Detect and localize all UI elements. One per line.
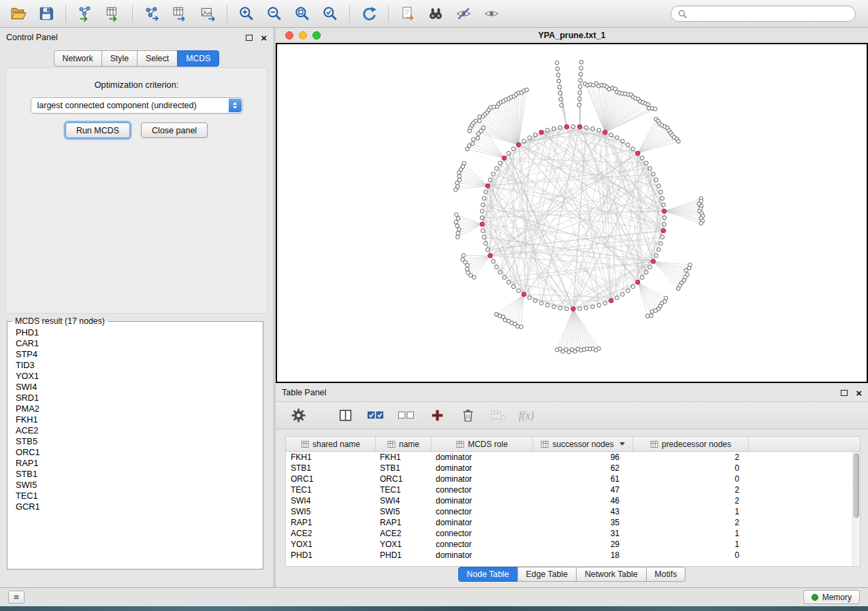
table-row[interactable]: SWI4SWI4dominator462 bbox=[286, 495, 852, 506]
open-file-button[interactable] bbox=[7, 3, 30, 24]
show-details-button[interactable] bbox=[480, 3, 503, 24]
mcds-result-item[interactable]: ACE2 bbox=[10, 425, 261, 436]
tab-mcds[interactable]: MCDS bbox=[177, 50, 219, 67]
table-row[interactable]: PHD1PHD1dominator180 bbox=[286, 550, 852, 561]
memory-button[interactable]: Memory bbox=[803, 590, 860, 604]
mcds-result-item[interactable]: PHD1 bbox=[10, 327, 261, 338]
toolbar-separator bbox=[132, 5, 133, 22]
toolbar-separator bbox=[388, 5, 389, 22]
show-column-panel-button[interactable] bbox=[335, 406, 355, 425]
zoom-out-button[interactable] bbox=[263, 3, 286, 24]
share-document-button[interactable] bbox=[396, 3, 419, 24]
delete-table-icon bbox=[489, 408, 508, 423]
search-network-button[interactable] bbox=[424, 3, 447, 24]
mcds-result-item[interactable]: RAP1 bbox=[10, 458, 261, 469]
table-settings-button[interactable] bbox=[288, 406, 308, 425]
mcds-result-item[interactable]: FKH1 bbox=[10, 414, 261, 425]
float-table-panel-icon[interactable] bbox=[841, 390, 848, 396]
table-cell: 2 bbox=[633, 496, 749, 506]
select-all-columns-button[interactable] bbox=[366, 406, 386, 425]
table-cell: 31 bbox=[533, 529, 633, 538]
table-cell: 47 bbox=[533, 485, 633, 495]
mcds-result-item[interactable]: TEC1 bbox=[10, 491, 261, 501]
mcds-result-item[interactable]: SWI5 bbox=[10, 480, 261, 491]
close-table-panel-icon[interactable]: × bbox=[856, 388, 862, 398]
table-row[interactable]: SWI5SWI5connector431 bbox=[286, 506, 852, 517]
column-header-mcds-role[interactable]: MCDS role bbox=[432, 437, 533, 451]
optimization-criterion-label: Optimization criterion: bbox=[6, 80, 267, 90]
mcds-tab-content: Optimization criterion: largest connecte… bbox=[5, 67, 268, 314]
mcds-result-item[interactable]: PMA2 bbox=[10, 403, 261, 414]
close-panel-button[interactable]: Close panel bbox=[141, 122, 208, 138]
trash-icon bbox=[460, 408, 476, 423]
mcds-result-item[interactable]: STB5 bbox=[10, 436, 261, 447]
zoom-in-button[interactable] bbox=[235, 3, 258, 24]
mcds-result-item[interactable]: GCR1 bbox=[10, 501, 261, 512]
mcds-result-item[interactable]: SRD1 bbox=[10, 393, 261, 403]
table-cell: SWI4 bbox=[376, 496, 432, 506]
table-cell: connector bbox=[432, 485, 533, 495]
mcds-result-list[interactable]: PHD1CAR1STP4TID3YOX1SWI4SRD1PMA2FKH1ACE2… bbox=[10, 327, 261, 567]
table-scrollbar[interactable] bbox=[852, 452, 860, 566]
export-table-button[interactable] bbox=[168, 3, 191, 24]
node-table-header: shared namenameMCDS rolesuccessor nodesp… bbox=[286, 437, 860, 452]
hide-details-button[interactable] bbox=[452, 3, 475, 24]
column-header-filler bbox=[749, 437, 860, 451]
deselect-all-columns-button[interactable] bbox=[396, 406, 417, 425]
table-cell: 1 bbox=[633, 529, 749, 538]
table-row[interactable]: RAP1RAP1dominator352 bbox=[286, 517, 852, 528]
tab-node-table[interactable]: Node Table bbox=[458, 567, 518, 582]
mcds-result-item[interactable]: SWI4 bbox=[10, 382, 261, 393]
zoom-fit-button[interactable] bbox=[291, 3, 314, 24]
table-cell: 35 bbox=[533, 518, 633, 527]
column-header-predecessor-nodes[interactable]: predecessor nodes bbox=[633, 437, 749, 451]
tab-network[interactable]: Network bbox=[54, 50, 102, 67]
table-row[interactable]: STB1STB1dominator620 bbox=[286, 463, 852, 474]
tab-edge-table[interactable]: Edge Table bbox=[517, 567, 577, 582]
export-network-button[interactable] bbox=[140, 3, 163, 24]
tab-motifs[interactable]: Motifs bbox=[646, 567, 686, 582]
run-mcds-button[interactable]: Run MCDS bbox=[65, 122, 130, 138]
mcds-result-item[interactable]: YOX1 bbox=[10, 371, 261, 382]
mcds-result-item[interactable]: ORC1 bbox=[10, 447, 261, 458]
table-cell: 29 bbox=[533, 540, 633, 549]
float-panel-icon[interactable] bbox=[246, 35, 253, 41]
mcds-result-item[interactable]: CAR1 bbox=[10, 338, 261, 349]
network-search-box[interactable] bbox=[671, 5, 856, 22]
network-view-panel: YPA_prune.txt_1 bbox=[276, 28, 868, 383]
mcds-result-item[interactable]: STB1 bbox=[10, 469, 261, 480]
table-row[interactable]: ORC1ORC1dominator610 bbox=[286, 474, 852, 484]
table-cell: TEC1 bbox=[286, 485, 376, 495]
refresh-view-button[interactable] bbox=[357, 3, 381, 24]
column-header-successor-nodes[interactable]: successor nodes bbox=[533, 437, 633, 451]
tab-network-table[interactable]: Network Table bbox=[576, 567, 647, 582]
delete-column-button[interactable] bbox=[457, 406, 478, 425]
close-panel-icon[interactable]: × bbox=[261, 33, 267, 43]
mcds-result-item[interactable]: STP4 bbox=[10, 349, 261, 360]
export-image-button[interactable] bbox=[196, 3, 219, 24]
table-row[interactable]: ACE2ACE2connector311 bbox=[286, 528, 852, 539]
tab-select[interactable]: Select bbox=[137, 50, 178, 67]
table-scrollbar-thumb[interactable] bbox=[854, 453, 859, 518]
column-header-name[interactable]: name bbox=[376, 437, 432, 451]
import-table-button[interactable] bbox=[101, 3, 125, 24]
save-session-button[interactable] bbox=[35, 3, 58, 24]
column-header-shared-name[interactable]: shared name bbox=[286, 437, 376, 451]
search-input[interactable] bbox=[691, 9, 848, 18]
gear-icon bbox=[291, 408, 306, 423]
table-row[interactable]: YOX1YOX1connector291 bbox=[286, 539, 852, 550]
tab-style[interactable]: Style bbox=[101, 50, 138, 67]
zoom-selected-button[interactable] bbox=[319, 3, 342, 24]
zoom-in-icon bbox=[238, 5, 255, 22]
status-menu-button[interactable]: ≡ bbox=[8, 591, 25, 604]
table-cell: 0 bbox=[633, 550, 749, 560]
create-column-button[interactable] bbox=[427, 406, 447, 425]
mcds-result-item[interactable]: TID3 bbox=[10, 360, 261, 371]
network-graph[interactable] bbox=[277, 44, 867, 382]
plus-icon bbox=[430, 408, 445, 423]
import-network-button[interactable] bbox=[74, 3, 97, 24]
table-row[interactable]: TEC1TEC1connector472 bbox=[286, 484, 852, 495]
share-document-icon bbox=[400, 5, 416, 22]
table-row[interactable]: FKH1FKH1dominator962 bbox=[286, 452, 852, 463]
optimization-criterion-select[interactable]: largest connected component (undirected) bbox=[31, 97, 243, 114]
